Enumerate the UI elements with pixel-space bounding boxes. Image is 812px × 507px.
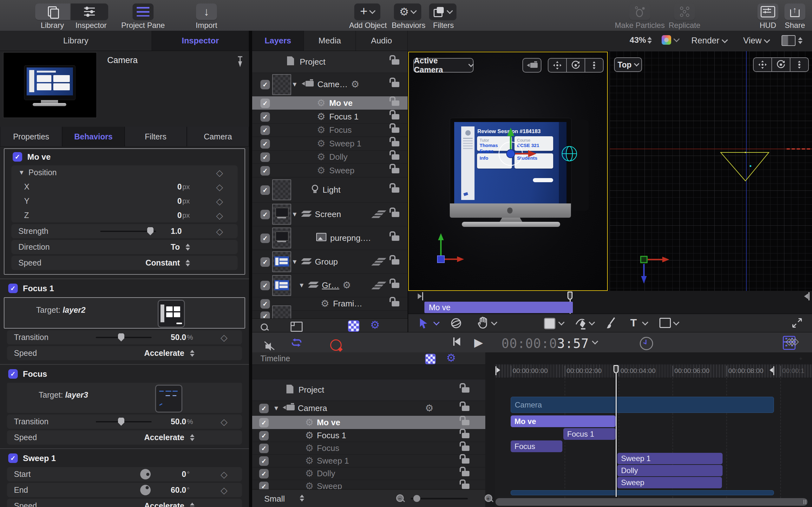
- mini-playhead[interactable]: [567, 291, 572, 300]
- checkbox[interactable]: ✓: [260, 312, 270, 319]
- canvas-viewport-active-camera[interactable]: Active Camera: [408, 52, 608, 291]
- layer-row-partial[interactable]: ✓: [252, 311, 408, 319]
- unlock-icon[interactable]: [392, 187, 399, 193]
- unlock-icon[interactable]: [392, 127, 399, 133]
- play-button[interactable]: ▶: [474, 336, 483, 349]
- hand-tool[interactable]: [477, 317, 489, 329]
- stepper-icon[interactable]: [186, 260, 190, 267]
- checkbox[interactable]: ✓: [259, 418, 269, 428]
- timeline-bar-focus-1[interactable]: Focus 1: [563, 428, 616, 440]
- transform-handles[interactable]: [488, 125, 593, 185]
- stepper-icon[interactable]: [186, 244, 190, 250]
- checkbox[interactable]: ✓: [259, 431, 269, 441]
- stepper-icon[interactable]: [190, 434, 194, 441]
- y-axis-handle[interactable]: [507, 128, 514, 136]
- share-button[interactable]: [784, 3, 805, 20]
- camera-frustum-wireframe[interactable]: [714, 146, 778, 187]
- layer-row-sweep-1[interactable]: ✓⚙Sweep 1: [252, 137, 408, 151]
- checkbox[interactable]: ✓: [260, 166, 270, 176]
- keyframe-diamond-icon[interactable]: ◇: [220, 469, 227, 480]
- dolly-tool-button[interactable]: [585, 59, 603, 72]
- checkbox[interactable]: ✓: [260, 210, 270, 219]
- timeline-bar-focus[interactable]: Focus: [511, 441, 562, 452]
- keyframe-diamond-icon[interactable]: ◇: [216, 181, 223, 192]
- layer-name[interactable]: Light: [322, 185, 340, 195]
- timeline-row-focus-1[interactable]: ✓⚙Focus 1: [252, 429, 485, 442]
- checkbox[interactable]: ✓: [259, 469, 269, 478]
- timeline-bar-mo-ve[interactable]: Mo ve: [511, 415, 616, 427]
- show-behaviors-icon[interactable]: ⚙: [370, 320, 380, 330]
- orbit-tool-button[interactable]: [567, 59, 585, 72]
- range-in-marker[interactable]: [496, 366, 496, 375]
- viewport-layout-control[interactable]: [781, 35, 803, 46]
- mute-icon[interactable]: [265, 342, 276, 351]
- timeline-show-media-icon[interactable]: [425, 354, 436, 364]
- scrollbar-grip[interactable]: [803, 500, 804, 504]
- slider-knob[interactable]: [118, 418, 124, 426]
- timeline-layer-name[interactable]: Focus: [317, 443, 339, 453]
- timeline-bar-camera[interactable]: Camera: [511, 397, 774, 413]
- timeline-layer-name[interactable]: Dolly: [317, 469, 335, 478]
- keyframe-diamond-icon[interactable]: ◇: [216, 210, 223, 221]
- timeline-show-behaviors-icon[interactable]: ⚙: [446, 352, 456, 363]
- timeline-zoom-knob[interactable]: [413, 495, 420, 502]
- add-object-button[interactable]: +: [354, 3, 380, 20]
- unlock-icon[interactable]: [462, 471, 469, 476]
- disclosure-triangle[interactable]: ▼: [292, 81, 298, 88]
- zoom-level-control[interactable]: 43%: [629, 35, 652, 45]
- slider-track[interactable]: [100, 231, 156, 232]
- canvas-mini-timeline[interactable]: Mo ve: [408, 291, 812, 314]
- text-tool-chevron[interactable]: [642, 319, 648, 326]
- layer-name[interactable]: Mo ve: [329, 98, 353, 108]
- timeline-ruler[interactable]: 00:00:00:0000:00:02:0000:00:04:0000:00:0…: [495, 364, 812, 378]
- tab-inspector[interactable]: Inspector: [152, 31, 249, 51]
- param-value[interactable]: 50.0: [171, 333, 186, 342]
- inspector-pane-button[interactable]: [71, 3, 108, 20]
- unlock-icon[interactable]: [392, 141, 399, 147]
- range-out-marker[interactable]: [773, 366, 774, 375]
- slider-track[interactable]: [96, 337, 152, 338]
- keyframe-nav-icons[interactable]: ◇◇◇: [786, 336, 794, 347]
- render-menu[interactable]: Render: [691, 36, 727, 46]
- layer-name[interactable]: Dolly: [329, 152, 348, 162]
- layer-name[interactable]: Sweep 1: [329, 139, 361, 149]
- timeline-track-area[interactable]: 00:00:00:0000:00:02:0000:00:04:0000:00:0…: [495, 352, 812, 507]
- timeline-row-project[interactable]: Project: [252, 379, 485, 401]
- show-media-icon[interactable]: [348, 320, 359, 332]
- view-menu[interactable]: View: [743, 36, 769, 46]
- rotation-sphere-handle[interactable]: [562, 147, 577, 161]
- unlock-icon[interactable]: [462, 406, 469, 411]
- layer-row-dolly[interactable]: ✓⚙Dolly: [252, 151, 408, 164]
- layer-name[interactable]: Focus 1: [329, 112, 359, 122]
- filters-button[interactable]: [429, 3, 456, 20]
- timeline-row-camera[interactable]: ✓▼Camera⚙: [252, 401, 485, 416]
- target-well-layer3[interactable]: Target: layer3: [7, 383, 242, 413]
- inspector-tab-camera[interactable]: Camera: [187, 127, 249, 147]
- dial-control[interactable]: [140, 485, 151, 495]
- layer-row-mo-ve[interactable]: ✓⚙Mo ve: [252, 96, 408, 110]
- checkbox[interactable]: ✓: [260, 153, 270, 162]
- layout-filter-icon[interactable]: [291, 322, 303, 332]
- param-value[interactable]: 50.0: [171, 417, 186, 426]
- param-value[interactable]: 0: [177, 182, 182, 191]
- project-pane-button[interactable]: [133, 3, 154, 20]
- pan-tool-button[interactable]: [754, 58, 772, 71]
- transform-3d-tool[interactable]: [450, 317, 462, 329]
- layer-name[interactable]: Group: [315, 257, 338, 267]
- select-tool-chevron[interactable]: [433, 319, 440, 326]
- unlock-icon[interactable]: [392, 283, 399, 288]
- pin-icon[interactable]: [235, 55, 245, 67]
- behaviors-button[interactable]: ⚙: [394, 3, 421, 20]
- checkbox[interactable]: ✓: [8, 369, 18, 379]
- timeline-row-focus[interactable]: ✓⚙Focus: [252, 442, 485, 455]
- target-thumbnail[interactable]: [155, 385, 183, 412]
- unlock-icon[interactable]: [392, 259, 399, 265]
- checkbox[interactable]: ✓: [260, 257, 270, 267]
- layer-row-focus-1[interactable]: ✓⚙Focus 1: [252, 110, 408, 124]
- checkbox[interactable]: ✓: [8, 453, 18, 463]
- unlock-icon[interactable]: [392, 114, 399, 119]
- color-channel-control[interactable]: [662, 35, 679, 45]
- dial-control[interactable]: [140, 469, 151, 480]
- expand-timeline-icon[interactable]: [792, 317, 803, 329]
- layer-row-project[interactable]: Project: [252, 51, 408, 73]
